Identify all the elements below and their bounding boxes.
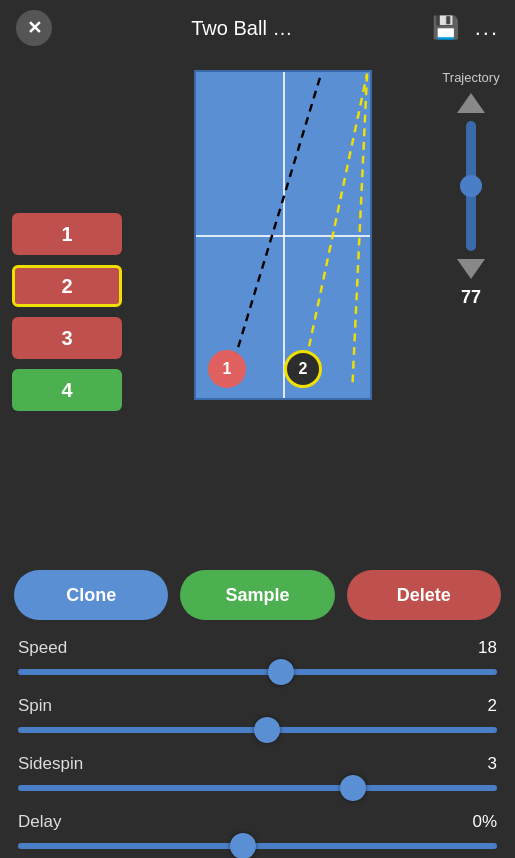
court-line-vertical <box>283 72 285 398</box>
delay-slider-thumb[interactable] <box>230 833 256 858</box>
speed-value: 18 <box>478 638 497 658</box>
sample-button[interactable]: Sample <box>180 570 334 620</box>
svg-line-2 <box>352 74 367 387</box>
trajectory-up-button[interactable] <box>457 93 485 113</box>
svg-line-0 <box>226 74 321 387</box>
spin-slider-container[interactable] <box>18 720 497 740</box>
speed-slider-container[interactable] <box>18 662 497 682</box>
header-actions: 💾 ... <box>432 15 499 41</box>
spin-label: Spin <box>18 696 52 716</box>
delay-slider-track <box>18 843 497 849</box>
sidespin-slider-header: Sidespin 3 <box>18 754 497 774</box>
spin-slider-track <box>18 727 497 733</box>
trajectory-panel: Trajectory 77 <box>439 64 503 550</box>
sidespin-slider-container[interactable] <box>18 778 497 798</box>
close-button[interactable]: ✕ <box>16 10 52 46</box>
header: ✕ Two Ball … 💾 ... <box>0 0 515 56</box>
trajectory-label: Trajectory <box>442 70 499 85</box>
sidespin-label: Sidespin <box>18 754 83 774</box>
clone-button[interactable]: Clone <box>14 570 168 620</box>
trajectory-slider-track[interactable] <box>466 121 476 251</box>
trajectory-down-button[interactable] <box>457 259 485 279</box>
spin-slider-row: Spin 2 <box>18 696 497 740</box>
trajectory-slider-thumb[interactable] <box>460 175 482 197</box>
speed-slider-row: Speed 18 <box>18 638 497 682</box>
ball-item-4[interactable]: 4 <box>12 369 122 411</box>
court-ball-1[interactable]: 1 <box>208 350 246 388</box>
delay-slider-header: Delay 0% <box>18 812 497 832</box>
sidespin-slider-track <box>18 785 497 791</box>
delay-slider-row: Delay 0% <box>18 812 497 856</box>
delete-button[interactable]: Delete <box>347 570 501 620</box>
delay-value: 0% <box>472 812 497 832</box>
speed-slider-track <box>18 669 497 675</box>
sidespin-slider-thumb[interactable] <box>340 775 366 801</box>
ball-item-1[interactable]: 1 <box>12 213 122 255</box>
speed-label: Speed <box>18 638 67 658</box>
ball-selector-panel: 1 2 3 4 <box>12 64 127 550</box>
spin-slider-thumb[interactable] <box>254 717 280 743</box>
spin-value: 2 <box>488 696 497 716</box>
ball-item-3[interactable]: 3 <box>12 317 122 359</box>
speed-slider-thumb[interactable] <box>268 659 294 685</box>
page-title: Two Ball … <box>191 17 292 40</box>
trajectory-value: 77 <box>461 287 481 308</box>
more-icon[interactable]: ... <box>475 15 499 41</box>
sidespin-slider-row: Sidespin 3 <box>18 754 497 798</box>
svg-line-1 <box>301 74 367 387</box>
delay-slider-container[interactable] <box>18 836 497 856</box>
court: 1 2 <box>194 70 372 400</box>
sidespin-value: 3 <box>488 754 497 774</box>
close-icon: ✕ <box>27 17 42 39</box>
court-container: 1 2 <box>135 64 431 550</box>
main-area: 1 2 3 4 <box>0 56 515 558</box>
action-buttons: Clone Sample Delete <box>0 558 515 632</box>
save-icon[interactable]: 💾 <box>432 15 459 41</box>
speed-slider-header: Speed 18 <box>18 638 497 658</box>
ball-item-2[interactable]: 2 <box>12 265 122 307</box>
court-ball-2[interactable]: 2 <box>284 350 322 388</box>
spin-slider-header: Spin 2 <box>18 696 497 716</box>
sliders-section: Speed 18 Spin 2 Sidespin 3 <box>0 632 515 858</box>
delay-label: Delay <box>18 812 61 832</box>
